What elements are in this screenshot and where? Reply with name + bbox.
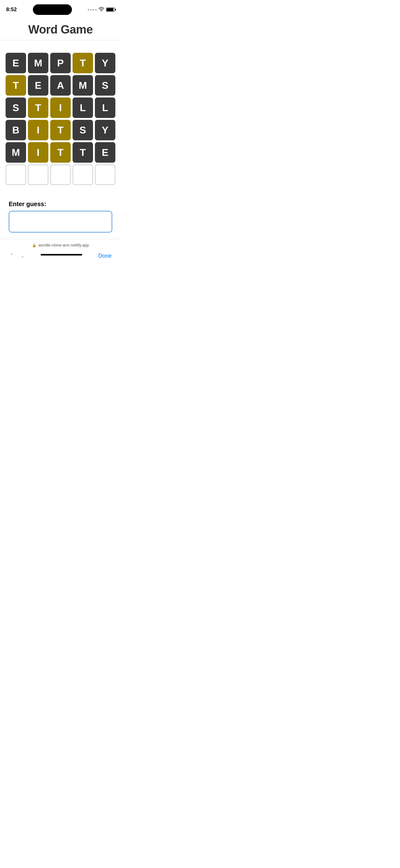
grid-cell-5-3 [72,164,93,185]
grid-cell-3-1: I [28,120,48,140]
grid-cell-1-0: T [6,75,26,96]
grid-cell-4-1: I [28,142,48,163]
input-section: Enter guess: [0,185,121,239]
signal-icon [88,9,97,10]
grid-cell-5-2 [50,164,71,185]
url-bar: 🔒 wordle-clone-arm.netlify.app [0,239,121,250]
back-arrow[interactable]: ⌃ [9,252,14,259]
grid-cell-4-0: M [6,142,26,163]
grid-cell-0-2: P [50,53,71,73]
grid-row: MITTE [6,142,115,163]
grid-cell-0-3: T [72,53,93,73]
grid-cell-2-2: I [50,97,71,118]
grid-cell-4-2: T [50,142,71,163]
grid-cell-5-0 [6,164,26,185]
guess-input[interactable] [9,211,112,232]
grid-cell-2-3: L [72,97,93,118]
grid-cell-2-0: S [6,97,26,118]
app-header: Word Game [0,17,121,40]
done-button[interactable]: Done [98,253,112,259]
grid-cell-2-4: L [95,97,115,118]
bottom-nav: ⌃ ⌄ Done [0,250,121,266]
grid-cell-3-4: Y [95,120,115,140]
battery-icon [106,7,115,12]
input-label: Enter guess: [9,200,112,208]
grid-row: BITSY [6,120,115,140]
grid-cell-3-3: S [72,120,93,140]
grid-row: EMPTY [6,53,115,73]
grid-cell-0-1: M [28,53,48,73]
url-text: wordle-clone-arm.netlify.app [38,243,89,247]
status-icons [88,7,115,12]
wifi-icon [99,7,104,12]
svg-point-0 [101,10,102,11]
grid-cell-5-4 [95,164,115,185]
grid-cell-0-0: E [6,53,26,73]
grid-cell-4-3: T [72,142,93,163]
grid-cell-1-3: M [72,75,93,96]
grid-cell-1-1: E [28,75,48,96]
word-grid: EMPTYTEAMSSTILLBITSYMITTE [0,53,121,185]
grid-cell-2-1: T [28,97,48,118]
grid-row [6,164,115,185]
page-title: Word Game [0,23,121,36]
grid-row: STILL [6,97,115,118]
status-time: 8:52 [6,6,17,13]
grid-cell-0-4: Y [95,53,115,73]
grid-cell-1-2: A [50,75,71,96]
grid-cell-4-4: E [95,142,115,163]
forward-arrow[interactable]: ⌄ [20,252,25,259]
grid-cell-5-1 [28,164,48,185]
grid-cell-1-4: S [95,75,115,96]
grid-cell-3-0: B [6,120,26,140]
lock-icon: 🔒 [32,243,37,247]
home-indicator [41,254,82,255]
status-bar: 8:52 [0,0,121,17]
dynamic-island [33,4,72,15]
grid-row: TEAMS [6,75,115,96]
nav-arrows: ⌃ ⌄ [9,252,25,259]
grid-cell-3-2: T [50,120,71,140]
